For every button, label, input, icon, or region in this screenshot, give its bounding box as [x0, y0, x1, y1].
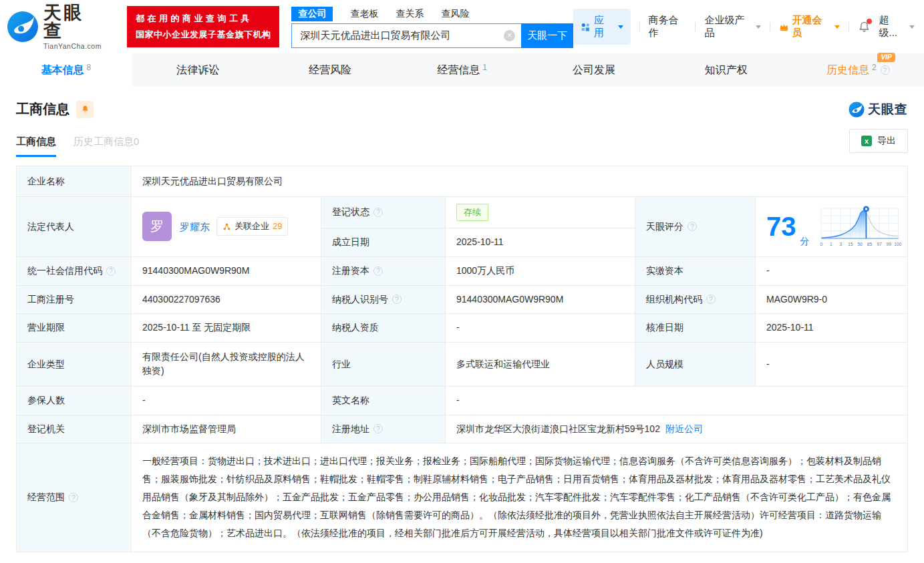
nav-enterprise-products[interactable]: 企业级产品: [704, 14, 760, 39]
help-icon[interactable]: ?: [106, 266, 116, 276]
nav-enterprise-label: 企业级产品: [704, 14, 751, 39]
divider: [849, 22, 849, 32]
taxpayer-quality-value: -: [446, 314, 635, 342]
help-icon[interactable]: ?: [392, 295, 402, 304]
search-input[interactable]: [291, 23, 521, 48]
nav-account[interactable]: 超级...: [879, 14, 915, 39]
score-distribution-chart: 0 1 3 15 50 85 97 99 100: [818, 203, 902, 250]
tab-legal-litigation[interactable]: 法律诉讼: [132, 53, 265, 87]
tab-count: 2: [872, 63, 877, 72]
reg-number-label: 工商注册号: [17, 286, 132, 314]
notification-dot: [867, 19, 872, 24]
slogan-line2: 国家中小企业发展子基金旗下机构: [136, 27, 271, 43]
table-row-legal-rep: 法定代表人 罗 罗耀东 关联企业 29: [17, 197, 907, 257]
related-companies-badge[interactable]: 关联企业 29: [216, 217, 288, 236]
divider: [770, 22, 770, 32]
nearby-companies-link[interactable]: 附近公司: [665, 422, 703, 437]
paid-capital-label: 实缴资本: [635, 257, 756, 285]
brand-swirl-icon: [7, 11, 39, 43]
help-icon[interactable]: ?: [69, 493, 78, 502]
business-term-value: 2025-10-11 至 无固定期限: [132, 314, 321, 342]
svg-text:97: 97: [877, 242, 882, 246]
notifications-bell[interactable]: [858, 21, 871, 33]
credit-code-value: 91440300MAG0W9R90M: [132, 257, 321, 285]
business-term-label: 营业期限: [17, 314, 132, 342]
subscribe-bell-badge[interactable]: [76, 101, 94, 118]
export-button[interactable]: x 导出: [849, 129, 908, 153]
search-tab-relation[interactable]: 查关系: [396, 8, 424, 20]
help-icon[interactable]: ?: [373, 266, 383, 276]
search-tab-company[interactable]: 查公司: [291, 7, 333, 21]
label-text: 统一社会信用代码: [27, 264, 102, 278]
label-text: 注册资本: [332, 264, 369, 278]
table-row-insured: 参保人数 - 英文名称 -: [17, 387, 907, 415]
help-icon[interactable]: ?: [687, 222, 697, 231]
table-row-reg-number: 工商注册号 440300227097636 纳税人识别号 ? 91440300M…: [17, 286, 907, 315]
reg-address-value: 深圳市龙华区大浪街道浪口社区宝龙新村59号102 附近公司: [446, 415, 907, 443]
english-name-value: -: [446, 387, 907, 415]
help-icon[interactable]: ?: [881, 65, 890, 75]
tab-company-development[interactable]: 公司发展: [528, 53, 660, 87]
reg-address-label: 注册地址 ?: [321, 415, 446, 443]
top-header: 天眼查 TianYanCha.com 都在用的商业查询工具 国家中小企业发展子基…: [0, 0, 924, 53]
svg-text:1: 1: [830, 242, 832, 246]
top-nav: 应用 商务合作 企业级产品 开通会员: [573, 9, 915, 45]
taxpayer-quality-label: 纳税人资质: [321, 314, 446, 342]
search-tab-risk[interactable]: 查风险: [441, 8, 469, 20]
label-text: 纳税人识别号: [332, 293, 388, 307]
nav-open-vip[interactable]: 开通会员: [779, 14, 840, 39]
legal-rep-name-link[interactable]: 罗耀东: [180, 219, 210, 234]
related-companies-label: 关联企业: [235, 220, 269, 233]
score-label: 天眼评分 ?: [635, 197, 756, 256]
related-companies-count: 29: [273, 220, 282, 233]
nav-app[interactable]: 应用: [573, 9, 630, 45]
label-text: 组织机构代码: [646, 293, 702, 307]
subtab-history-business-info[interactable]: 历史工商信息0: [73, 136, 139, 157]
help-icon[interactable]: ?: [373, 208, 383, 217]
table-row-company-name: 企业名称 深圳天元优品进出口贸易有限公司: [17, 166, 907, 197]
clear-search-icon[interactable]: ×: [504, 30, 515, 41]
help-icon[interactable]: ?: [706, 295, 716, 304]
tab-count: 8: [86, 63, 91, 72]
nav-cooperation[interactable]: 商务合作: [649, 14, 687, 39]
reg-authority-label: 登记机关: [17, 415, 132, 443]
help-icon[interactable]: ?: [373, 424, 383, 433]
chevron-down-icon: [909, 25, 915, 29]
reg-address-text: 深圳市龙华区大浪街道浪口社区宝龙新村59号102: [456, 422, 660, 437]
table-row-business-term: 营业期限 2025-10-11 至 无固定期限 纳税人资质 - 核准日期 202…: [17, 314, 907, 343]
chevron-down-icon: [618, 25, 623, 29]
svg-text:100: 100: [894, 242, 902, 246]
svg-text:99: 99: [886, 242, 891, 246]
establish-date-value: 2025-10-11: [446, 228, 635, 256]
bell-icon: [81, 105, 90, 114]
reg-capital-label: 注册资本 ?: [321, 257, 446, 285]
excel-icon: x: [861, 136, 872, 146]
svg-text:3: 3: [839, 242, 842, 246]
tianyancha-logo[interactable]: 天眼查 TianYanCha.com: [7, 4, 102, 50]
svg-text:85: 85: [867, 242, 872, 246]
tab-operation-risk[interactable]: 经营风险: [264, 53, 396, 87]
staff-size-label: 人员规模: [635, 343, 756, 386]
app-grid-icon: [581, 22, 590, 32]
tab-history-info[interactable]: VIP 历史信息 2 ?: [792, 53, 924, 87]
tab-operation-info[interactable]: 经营信息 1: [396, 53, 528, 87]
table-row-company-type: 企业类型 有限责任公司(自然人投资或控股的法人独资) 行业 多式联运和运输代理业…: [17, 343, 907, 387]
legal-rep-avatar[interactable]: 罗: [142, 212, 172, 241]
tab-label: 历史信息: [826, 63, 869, 77]
main-content: 工商信息 天眼查 工商信息 历史工商信息0 x 导出: [0, 87, 924, 552]
tab-basic-info[interactable]: 基本信息 8: [0, 53, 132, 87]
brand-swirl-icon: [849, 102, 865, 118]
reg-number-value: 440300227097636: [132, 286, 321, 314]
page-tab-bar: 基本信息 8 法律诉讼 经营风险 经营信息 1 公司发展 知识产权 VIP 历史…: [0, 53, 924, 87]
org-code-label: 组织机构代码 ?: [635, 286, 756, 314]
search-tab-boss[interactable]: 查老板: [350, 8, 378, 20]
tab-label: 知识产权: [705, 63, 748, 77]
subtab-business-info[interactable]: 工商信息: [16, 136, 56, 157]
watermark-brand-name: 天眼查: [868, 101, 908, 118]
reg-capital-value: 1000万人民币: [446, 257, 635, 285]
vip-badge: VIP: [877, 53, 895, 62]
divider: [695, 22, 696, 32]
search-button[interactable]: 天眼一下: [521, 23, 573, 48]
tab-intellectual-property[interactable]: 知识产权: [660, 53, 792, 87]
table-row-credit-code: 统一社会信用代码 ? 91440300MAG0W9R90M 注册资本 ? 100…: [17, 257, 907, 286]
